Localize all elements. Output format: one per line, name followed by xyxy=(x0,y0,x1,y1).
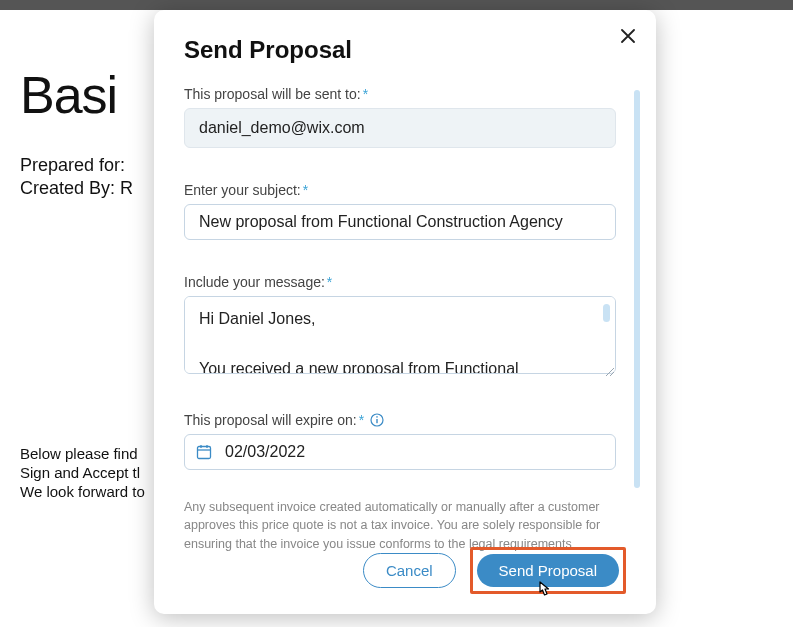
send-proposal-button[interactable]: Send Proposal xyxy=(477,554,619,587)
send-proposal-modal: Send Proposal This proposal will be sent… xyxy=(154,10,656,614)
message-label: Include your message:* xyxy=(184,274,626,290)
calendar-icon xyxy=(196,444,212,460)
svg-rect-1 xyxy=(376,419,377,423)
resize-handle-icon[interactable] xyxy=(604,366,614,376)
modal-scrollbar[interactable] xyxy=(634,90,640,488)
recipient-label: This proposal will be sent to:* xyxy=(184,86,626,102)
close-icon xyxy=(621,29,635,43)
textarea-scrollbar[interactable] xyxy=(603,304,610,322)
modal-overlay: Send Proposal This proposal will be sent… xyxy=(0,0,793,627)
subject-input[interactable] xyxy=(184,204,616,240)
cancel-button[interactable]: Cancel xyxy=(363,553,456,588)
modal-footer-buttons: Cancel Send Proposal xyxy=(363,547,626,594)
required-asterisk: * xyxy=(363,86,368,102)
subject-label: Enter your subject:* xyxy=(184,182,626,198)
modal-scroll-area: This proposal will be sent to:* daniel_d… xyxy=(184,86,626,553)
recipient-field[interactable]: daniel_demo@wix.com xyxy=(184,108,616,148)
modal-title: Send Proposal xyxy=(184,36,626,64)
required-asterisk: * xyxy=(327,274,332,290)
info-icon[interactable] xyxy=(370,413,384,427)
message-textarea[interactable] xyxy=(184,296,616,374)
required-asterisk: * xyxy=(303,182,308,198)
send-button-highlight: Send Proposal xyxy=(470,547,626,594)
required-asterisk: * xyxy=(359,412,364,428)
expire-label: This proposal will expire on:* xyxy=(184,412,626,428)
close-button[interactable] xyxy=(614,22,642,50)
expire-date-input[interactable] xyxy=(184,434,616,470)
svg-rect-2 xyxy=(376,416,377,417)
legal-disclaimer: Any subsequent invoice created automatic… xyxy=(184,498,604,552)
svg-rect-3 xyxy=(198,447,211,459)
